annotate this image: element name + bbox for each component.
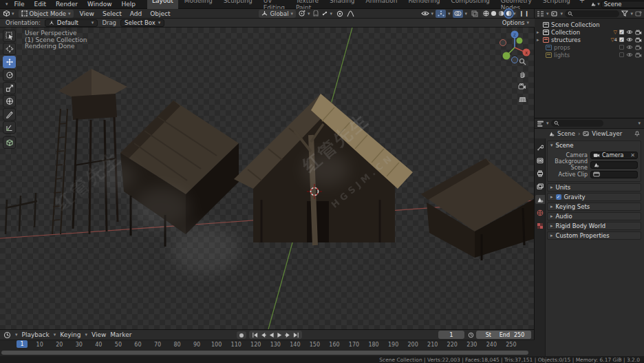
menu-file[interactable]: File xyxy=(11,1,28,8)
drag-tool-dropdown[interactable]: Select Box ▾ xyxy=(120,19,164,27)
exclude-checkbox[interactable]: ✓ xyxy=(619,30,624,34)
measure-tool[interactable] xyxy=(3,121,16,134)
timeline-editor-type-icon[interactable] xyxy=(3,331,11,339)
navigation-gizmo[interactable]: Z X xyxy=(497,29,533,65)
hide-eye-icon[interactable] xyxy=(626,52,633,57)
outliner-display-mode-icon[interactable] xyxy=(537,10,544,17)
gizmo-dropdown[interactable]: ▾ xyxy=(448,11,451,17)
auto-keying-record-button[interactable] xyxy=(237,331,246,339)
gravity-checkbox[interactable]: ✓ xyxy=(556,194,561,200)
new-collection-icon[interactable] xyxy=(635,10,642,17)
tab-tool-properties[interactable] xyxy=(535,143,545,152)
menu-edit[interactable]: Edit xyxy=(31,1,50,8)
zoom-control[interactable] xyxy=(517,56,527,66)
use-preview-range-icon[interactable] xyxy=(468,332,474,338)
properties-search-input[interactable] xyxy=(551,120,603,127)
menu-render[interactable]: Render xyxy=(52,1,81,8)
snap-settings-dropdown[interactable]: ▾ xyxy=(321,10,333,17)
annotate-tool[interactable] xyxy=(3,108,16,121)
exclude-checkbox[interactable] xyxy=(619,52,624,57)
clear-camera-icon[interactable]: ✕ xyxy=(630,152,635,158)
camera-field[interactable]: Camera ✕ xyxy=(590,152,638,159)
hide-eye-icon[interactable] xyxy=(626,45,633,50)
outliner-search-input[interactable] xyxy=(565,10,619,17)
hide-eye-icon[interactable] xyxy=(626,30,633,34)
panel-audio[interactable]: ▸ Audio xyxy=(547,212,641,220)
outliner-scenes-icon[interactable] xyxy=(551,10,559,17)
menu-add[interactable]: Add xyxy=(128,10,144,17)
outliner-row-lights[interactable]: lights xyxy=(535,51,644,59)
menu-keying[interactable]: Keying xyxy=(60,331,80,338)
breadcrumb-viewlayer[interactable]: ViewLayer xyxy=(592,130,622,137)
object-visibility-dropdown[interactable]: ▾ xyxy=(421,10,434,17)
proportional-editing-toggle[interactable] xyxy=(334,10,345,18)
chevron-down-icon[interactable]: ▾ xyxy=(561,11,564,17)
panel-rigid-body-world[interactable]: ▸ Rigid Body World xyxy=(547,222,641,230)
gizmo-x-neg-axis[interactable] xyxy=(500,40,506,46)
hide-eye-icon[interactable] xyxy=(626,37,633,42)
pan-hand-control[interactable] xyxy=(517,69,527,79)
editor-type-icon[interactable]: ▾ xyxy=(3,10,14,17)
transform-tool[interactable] xyxy=(3,95,16,107)
wireframe-shading-icon[interactable] xyxy=(483,10,489,17)
disable-render-camera-icon[interactable] xyxy=(635,52,642,58)
jump-to-start-button[interactable] xyxy=(251,331,259,338)
solid-shading-icon[interactable] xyxy=(491,10,497,17)
gizmo-y-neg-axis[interactable] xyxy=(503,52,511,60)
menu-view[interactable]: View xyxy=(92,331,106,338)
chevron-down-icon[interactable]: ▾ xyxy=(15,332,18,338)
snap-toggle[interactable] xyxy=(312,10,319,17)
menu-playback[interactable]: Playback xyxy=(22,331,50,338)
gizmo-y-axis[interactable] xyxy=(517,38,523,44)
menu-object[interactable]: Object xyxy=(148,10,172,17)
properties-editor-type-icon[interactable] xyxy=(537,120,544,127)
perspective-toggle-control[interactable] xyxy=(517,94,527,103)
show-gizmo-toggle[interactable] xyxy=(436,10,446,18)
tab-output-properties[interactable] xyxy=(535,169,545,178)
pivot-point-dropdown[interactable]: ▾ xyxy=(298,10,310,17)
rendered-shading-icon[interactable] xyxy=(506,10,512,17)
play-button[interactable] xyxy=(276,331,283,338)
material-shading-icon[interactable] xyxy=(498,10,504,17)
tab-viewlayer-properties[interactable] xyxy=(535,182,545,191)
rotate-tool[interactable] xyxy=(3,69,16,81)
scene-icon[interactable] xyxy=(590,1,596,7)
viewport-3d[interactable]: 红管先生 HGSJM.CN 红管先生 User Perspective (1) … xyxy=(0,28,535,329)
menu-marker[interactable]: Marker xyxy=(110,331,131,338)
tab-texture-properties[interactable] xyxy=(535,221,545,230)
disclosure-icon[interactable]: ▸ xyxy=(537,37,541,43)
current-frame-field[interactable]: 1 xyxy=(438,331,464,339)
properties-options-dropdown[interactable]: ▾ xyxy=(638,121,641,126)
menu-window[interactable]: Window xyxy=(84,1,116,8)
scene-panel-header[interactable]: ▾ Scene xyxy=(548,141,641,149)
overlays-dropdown[interactable]: ▾ xyxy=(465,11,468,17)
outliner-row-structures[interactable]: ▸ structures ▽4 ✓ xyxy=(535,36,644,43)
outliner-row-collection[interactable]: ▸ Collection ▽ ✓ xyxy=(535,28,644,36)
options-dropdown[interactable]: Options ▾ xyxy=(502,19,529,26)
xray-toggle[interactable] xyxy=(469,10,480,18)
pin-icon[interactable] xyxy=(634,131,640,137)
jump-to-end-button[interactable] xyxy=(292,331,300,338)
disclosure-icon[interactable]: ▸ xyxy=(537,30,541,35)
playhead[interactable]: 1 xyxy=(17,340,28,348)
orientation-dropdown[interactable]: Default ▾ xyxy=(45,19,98,27)
add-cube-tool[interactable] xyxy=(3,136,16,149)
shading-dropdown[interactable]: ▾ xyxy=(513,11,516,17)
prev-keyframe-button[interactable] xyxy=(259,331,267,338)
end-frame-field[interactable]: End 250 xyxy=(493,331,531,339)
select-box-tool[interactable] xyxy=(3,30,16,42)
exclude-checkbox[interactable]: ✓ xyxy=(619,37,624,42)
mode-selector[interactable]: Object Mode ▾ xyxy=(19,10,74,18)
scene-name-field[interactable]: Scene ✕ xyxy=(601,1,644,8)
chevron-down-icon[interactable]: ▾ xyxy=(546,11,549,17)
disable-render-camera-icon[interactable] xyxy=(635,37,642,43)
menu-view[interactable]: View xyxy=(78,10,96,17)
timeline-scrollbar[interactable] xyxy=(1,351,528,355)
show-overlays-toggle[interactable] xyxy=(453,10,463,18)
tab-render-properties[interactable] xyxy=(535,156,545,165)
exclude-checkbox[interactable] xyxy=(619,45,624,50)
play-reverse-button[interactable] xyxy=(268,331,275,338)
move-tool[interactable] xyxy=(3,56,16,68)
active-clip-field[interactable] xyxy=(590,171,638,178)
outliner-row-props[interactable]: props xyxy=(535,43,644,51)
